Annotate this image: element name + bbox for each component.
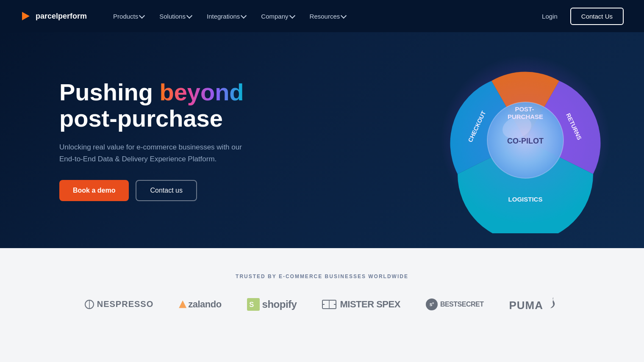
hero-title: Pushing beyond post-purchase xyxy=(59,79,288,131)
svg-point-10 xyxy=(441,55,610,225)
hero-subtitle: Unlocking real value for e-commerce busi… xyxy=(59,141,254,164)
hero-diagram: POST- PURCHASE RETURNS LOGISTICS CHECKOU… xyxy=(432,47,619,233)
logo[interactable]: parcelperform xyxy=(20,10,87,22)
hero-title-highlight: beyond xyxy=(159,79,244,105)
chevron-down-icon xyxy=(241,12,247,18)
navbar: parcelperform Products Solutions Integra… xyxy=(0,0,644,32)
chevron-down-icon xyxy=(341,12,347,18)
logos-row: NESPRESSO zalando S shopify MISTER SPEX xyxy=(20,296,624,312)
logo-text: parcelperform xyxy=(36,12,87,21)
hero-content: Pushing beyond post-purchase Unlocking r… xyxy=(59,79,288,201)
nespresso-logo: NESPRESSO xyxy=(84,299,153,309)
book-demo-button[interactable]: Book a demo xyxy=(59,180,129,201)
contact-us-hero-button[interactable]: Contact us xyxy=(136,180,197,201)
svg-marker-0 xyxy=(22,12,30,20)
chevron-down-icon xyxy=(289,12,295,18)
svg-text:S: S xyxy=(249,301,254,308)
chevron-down-icon xyxy=(186,12,192,18)
trusted-section: TRUSTED BY E-COMMERCE BUSINESSES WORLDWI… xyxy=(0,248,644,346)
nav-right: Login Contact Us xyxy=(536,8,624,25)
bestsecret-logo: s° BESTSECRET xyxy=(426,298,484,310)
hero-title-suffix: post-purchase xyxy=(59,105,223,132)
bottom-space xyxy=(0,346,644,362)
chevron-down-icon xyxy=(139,12,145,18)
zalando-logo: zalando xyxy=(179,299,221,310)
hero-buttons: Book a demo Contact us xyxy=(59,180,288,201)
hero-title-prefix: Pushing xyxy=(59,79,159,105)
nav-item-solutions[interactable]: Solutions xyxy=(153,9,197,23)
contact-us-button[interactable]: Contact Us xyxy=(570,8,624,25)
login-button[interactable]: Login xyxy=(536,9,564,23)
nav-item-company[interactable]: Company xyxy=(255,9,300,23)
puma-logo: PUMA xyxy=(509,296,560,312)
nav-item-integrations[interactable]: Integrations xyxy=(201,9,252,23)
trusted-label: TRUSTED BY E-COMMERCE BUSINESSES WORLDWI… xyxy=(20,274,624,279)
hero-section: Pushing beyond post-purchase Unlocking r… xyxy=(0,32,644,248)
nav-item-products[interactable]: Products xyxy=(107,9,150,23)
nav-links: Products Solutions Integrations Company … xyxy=(107,9,536,23)
nav-item-resources[interactable]: Resources xyxy=(304,9,352,23)
bestsecret-icon: s° xyxy=(426,298,438,310)
zalando-icon xyxy=(179,301,186,308)
shopify-logo: S shopify xyxy=(247,298,297,311)
misterspex-logo: MISTER SPEX xyxy=(322,299,400,310)
